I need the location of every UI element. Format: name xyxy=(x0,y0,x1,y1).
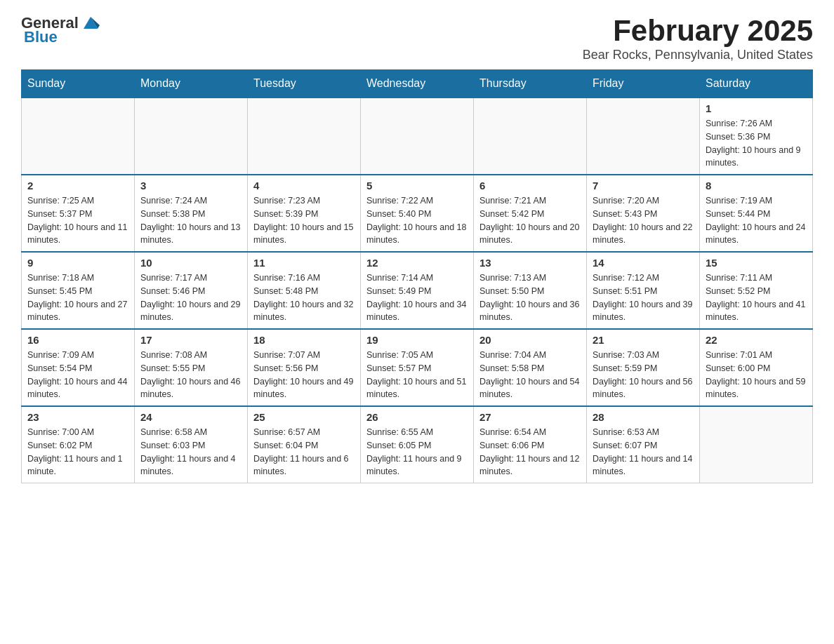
calendar-cell: 11Sunrise: 7:16 AMSunset: 5:48 PMDayligh… xyxy=(248,252,361,329)
day-number: 7 xyxy=(593,180,694,192)
day-info: Sunrise: 6:57 AMSunset: 6:04 PMDaylight:… xyxy=(253,426,355,478)
day-info: Sunrise: 7:26 AMSunset: 5:36 PMDaylight:… xyxy=(706,117,807,170)
calendar-cell: 2Sunrise: 7:25 AMSunset: 5:37 PMDaylight… xyxy=(22,175,135,252)
calendar-cell: 16Sunrise: 7:09 AMSunset: 5:54 PMDayligh… xyxy=(22,329,135,406)
page-title: February 2025 xyxy=(583,14,813,48)
day-number: 17 xyxy=(140,334,241,346)
day-number: 1 xyxy=(706,102,807,114)
week-row-3: 9Sunrise: 7:18 AMSunset: 5:45 PMDaylight… xyxy=(22,252,813,329)
day-info: Sunrise: 7:18 AMSunset: 5:45 PMDaylight:… xyxy=(27,271,128,324)
calendar-cell: 21Sunrise: 7:03 AMSunset: 5:59 PMDayligh… xyxy=(587,329,700,406)
day-info: Sunrise: 7:17 AMSunset: 5:46 PMDaylight:… xyxy=(140,271,241,324)
day-number: 8 xyxy=(706,180,807,192)
day-number: 21 xyxy=(593,334,694,346)
day-number: 26 xyxy=(366,411,468,423)
calendar-cell: 12Sunrise: 7:14 AMSunset: 5:49 PMDayligh… xyxy=(361,252,474,329)
day-info: Sunrise: 7:23 AMSunset: 5:39 PMDaylight:… xyxy=(253,194,355,247)
calendar-cell: 24Sunrise: 6:58 AMSunset: 6:03 PMDayligh… xyxy=(135,406,248,483)
calendar-cell xyxy=(474,98,587,175)
calendar-cell: 15Sunrise: 7:11 AMSunset: 5:52 PMDayligh… xyxy=(700,252,813,329)
calendar-cell xyxy=(361,98,474,175)
day-info: Sunrise: 7:20 AMSunset: 5:43 PMDaylight:… xyxy=(593,194,694,247)
day-info: Sunrise: 7:25 AMSunset: 5:37 PMDaylight:… xyxy=(27,194,128,247)
day-info: Sunrise: 7:05 AMSunset: 5:57 PMDaylight:… xyxy=(366,349,468,401)
page-header: General Blue February 2025 Bear Rocks, P… xyxy=(21,14,813,62)
day-info: Sunrise: 7:09 AMSunset: 5:54 PMDaylight:… xyxy=(27,349,128,401)
calendar-cell: 1Sunrise: 7:26 AMSunset: 5:36 PMDaylight… xyxy=(700,98,813,175)
calendar-cell: 9Sunrise: 7:18 AMSunset: 5:45 PMDaylight… xyxy=(22,252,135,329)
day-info: Sunrise: 7:24 AMSunset: 5:38 PMDaylight:… xyxy=(140,194,241,247)
day-number: 5 xyxy=(366,180,468,192)
day-info: Sunrise: 6:53 AMSunset: 6:07 PMDaylight:… xyxy=(593,426,694,478)
week-row-2: 2Sunrise: 7:25 AMSunset: 5:37 PMDaylight… xyxy=(22,175,813,252)
day-number: 2 xyxy=(27,180,128,192)
calendar-cell: 23Sunrise: 7:00 AMSunset: 6:02 PMDayligh… xyxy=(22,406,135,483)
weekday-header-friday: Friday xyxy=(587,70,700,98)
title-block: February 2025 Bear Rocks, Pennsylvania, … xyxy=(583,14,813,62)
calendar-cell: 10Sunrise: 7:17 AMSunset: 5:46 PMDayligh… xyxy=(135,252,248,329)
calendar-cell: 27Sunrise: 6:54 AMSunset: 6:06 PMDayligh… xyxy=(474,406,587,483)
day-info: Sunrise: 6:54 AMSunset: 6:06 PMDaylight:… xyxy=(479,426,581,478)
calendar-cell: 28Sunrise: 6:53 AMSunset: 6:07 PMDayligh… xyxy=(587,406,700,483)
day-info: Sunrise: 7:01 AMSunset: 6:00 PMDaylight:… xyxy=(706,349,807,401)
calendar-cell: 20Sunrise: 7:04 AMSunset: 5:58 PMDayligh… xyxy=(474,329,587,406)
day-info: Sunrise: 7:04 AMSunset: 5:58 PMDaylight:… xyxy=(479,349,581,401)
weekday-header-thursday: Thursday xyxy=(474,70,587,98)
calendar-cell: 17Sunrise: 7:08 AMSunset: 5:55 PMDayligh… xyxy=(135,329,248,406)
day-number: 20 xyxy=(479,334,581,346)
logo: General Blue xyxy=(21,14,101,46)
calendar-cell xyxy=(248,98,361,175)
day-number: 23 xyxy=(27,411,128,423)
calendar-cell: 13Sunrise: 7:13 AMSunset: 5:50 PMDayligh… xyxy=(474,252,587,329)
week-row-1: 1Sunrise: 7:26 AMSunset: 5:36 PMDaylight… xyxy=(22,98,813,175)
calendar-cell xyxy=(587,98,700,175)
calendar-cell: 18Sunrise: 7:07 AMSunset: 5:56 PMDayligh… xyxy=(248,329,361,406)
day-number: 14 xyxy=(593,257,694,269)
calendar-cell xyxy=(22,98,135,175)
day-info: Sunrise: 7:14 AMSunset: 5:49 PMDaylight:… xyxy=(366,271,468,324)
weekday-header-saturday: Saturday xyxy=(700,70,813,98)
week-row-5: 23Sunrise: 7:00 AMSunset: 6:02 PMDayligh… xyxy=(22,406,813,483)
calendar-cell: 22Sunrise: 7:01 AMSunset: 6:00 PMDayligh… xyxy=(700,329,813,406)
day-number: 24 xyxy=(140,411,241,423)
calendar-cell: 8Sunrise: 7:19 AMSunset: 5:44 PMDaylight… xyxy=(700,175,813,252)
day-number: 22 xyxy=(706,334,807,346)
calendar-cell: 14Sunrise: 7:12 AMSunset: 5:51 PMDayligh… xyxy=(587,252,700,329)
calendar-cell: 25Sunrise: 6:57 AMSunset: 6:04 PMDayligh… xyxy=(248,406,361,483)
calendar-header-row: SundayMondayTuesdayWednesdayThursdayFrid… xyxy=(22,70,813,98)
calendar-cell: 19Sunrise: 7:05 AMSunset: 5:57 PMDayligh… xyxy=(361,329,474,406)
day-number: 18 xyxy=(253,334,355,346)
calendar-cell xyxy=(700,406,813,483)
day-info: Sunrise: 7:16 AMSunset: 5:48 PMDaylight:… xyxy=(253,271,355,324)
day-info: Sunrise: 6:55 AMSunset: 6:05 PMDaylight:… xyxy=(366,426,468,478)
calendar-cell: 3Sunrise: 7:24 AMSunset: 5:38 PMDaylight… xyxy=(135,175,248,252)
day-info: Sunrise: 6:58 AMSunset: 6:03 PMDaylight:… xyxy=(140,426,241,478)
day-info: Sunrise: 7:08 AMSunset: 5:55 PMDaylight:… xyxy=(140,349,241,401)
day-info: Sunrise: 7:00 AMSunset: 6:02 PMDaylight:… xyxy=(27,426,128,478)
day-number: 19 xyxy=(366,334,468,346)
day-number: 3 xyxy=(140,180,241,192)
day-info: Sunrise: 7:07 AMSunset: 5:56 PMDaylight:… xyxy=(253,349,355,401)
page-subtitle: Bear Rocks, Pennsylvania, United States xyxy=(583,48,813,62)
day-info: Sunrise: 7:11 AMSunset: 5:52 PMDaylight:… xyxy=(706,271,807,324)
calendar-cell: 6Sunrise: 7:21 AMSunset: 5:42 PMDaylight… xyxy=(474,175,587,252)
day-number: 6 xyxy=(479,180,581,192)
calendar-cell: 26Sunrise: 6:55 AMSunset: 6:05 PMDayligh… xyxy=(361,406,474,483)
day-number: 13 xyxy=(479,257,581,269)
day-info: Sunrise: 7:21 AMSunset: 5:42 PMDaylight:… xyxy=(479,194,581,247)
weekday-header-wednesday: Wednesday xyxy=(361,70,474,98)
calendar-cell: 4Sunrise: 7:23 AMSunset: 5:39 PMDaylight… xyxy=(248,175,361,252)
day-number: 11 xyxy=(253,257,355,269)
day-info: Sunrise: 7:19 AMSunset: 5:44 PMDaylight:… xyxy=(706,194,807,247)
calendar-table: SundayMondayTuesdayWednesdayThursdayFrid… xyxy=(21,69,813,483)
day-number: 12 xyxy=(366,257,468,269)
day-number: 9 xyxy=(27,257,128,269)
day-number: 25 xyxy=(253,411,355,423)
logo-icon xyxy=(80,11,101,32)
weekday-header-monday: Monday xyxy=(135,70,248,98)
day-number: 27 xyxy=(479,411,581,423)
day-info: Sunrise: 7:03 AMSunset: 5:59 PMDaylight:… xyxy=(593,349,694,401)
day-number: 10 xyxy=(140,257,241,269)
weekday-header-tuesday: Tuesday xyxy=(248,70,361,98)
week-row-4: 16Sunrise: 7:09 AMSunset: 5:54 PMDayligh… xyxy=(22,329,813,406)
